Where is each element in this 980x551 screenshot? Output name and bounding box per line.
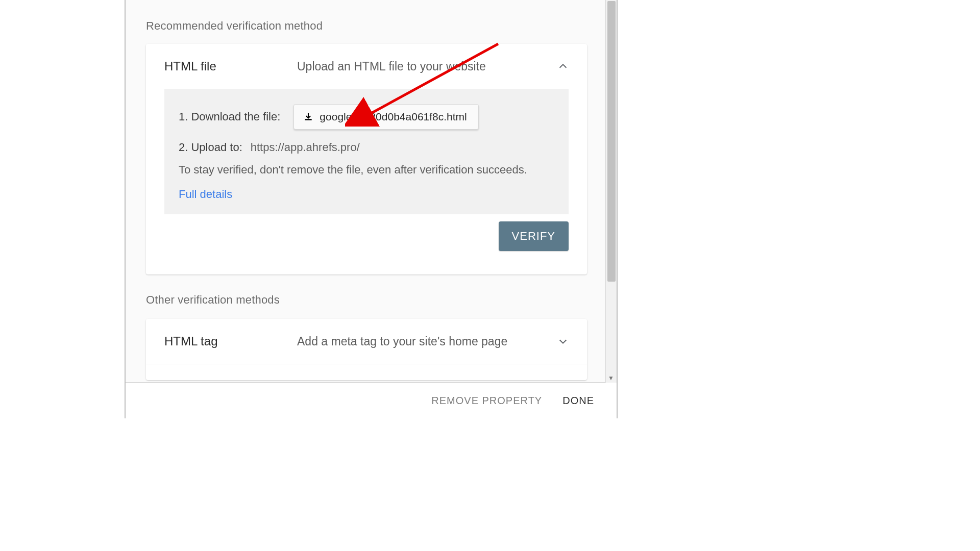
scrollbar-thumb[interactable]: [607, 1, 616, 282]
verification-dialog: Recommended verification method HTML fil…: [125, 0, 618, 418]
html-tag-card: HTML tag Add a meta tag to your site's h…: [146, 319, 587, 380]
step2-label: 2. Upload to:: [179, 141, 242, 154]
html-file-title: HTML file: [164, 59, 297, 73]
full-details-link[interactable]: Full details: [179, 188, 232, 201]
dialog-scroll-body: Recommended verification method HTML fil…: [126, 0, 605, 383]
download-filename: google15e20d0b4a061f8c.html: [320, 111, 467, 123]
verify-row: VERIFY: [146, 214, 587, 251]
html-tag-card-header[interactable]: HTML tag Add a meta tag to your site's h…: [146, 319, 587, 364]
step-download: 1. Download the file: google15e20d0b4a06…: [179, 104, 554, 130]
verify-button[interactable]: VERIFY: [499, 221, 569, 251]
html-file-panel: 1. Download the file: google15e20d0b4a06…: [164, 89, 569, 214]
download-icon: [303, 112, 313, 122]
html-file-card-header[interactable]: HTML file Upload an HTML file to your we…: [146, 44, 587, 89]
step1-label: 1. Download the file:: [179, 110, 280, 123]
other-section-label: Other verification methods: [146, 293, 280, 307]
html-file-card: HTML file Upload an HTML file to your we…: [146, 44, 587, 274]
download-file-button[interactable]: google15e20d0b4a061f8c.html: [293, 104, 478, 130]
card-divider: [146, 364, 587, 364]
chevron-up-icon[interactable]: [555, 59, 571, 74]
done-button[interactable]: DONE: [562, 395, 594, 407]
remove-property-button[interactable]: REMOVE PROPERTY: [431, 395, 542, 407]
html-tag-title: HTML tag: [164, 334, 297, 348]
html-tag-desc: Add a meta tag to your site's home page: [297, 335, 555, 348]
verify-note: To stay verified, don't remove the file,…: [179, 163, 554, 177]
scrollbar-track[interactable]: ▲ ▼: [605, 0, 617, 383]
step2-target-url: https://app.ahrefs.pro/: [251, 141, 360, 154]
step-upload: 2. Upload to: https://app.ahrefs.pro/: [179, 141, 554, 154]
chevron-down-icon[interactable]: [555, 334, 571, 349]
recommended-section-label: Recommended verification method: [146, 19, 323, 33]
html-file-desc: Upload an HTML file to your website: [297, 60, 555, 73]
scroll-down-icon[interactable]: ▼: [605, 373, 617, 383]
dialog-footer: REMOVE PROPERTY DONE: [126, 383, 617, 418]
svg-rect-0: [305, 119, 312, 120]
